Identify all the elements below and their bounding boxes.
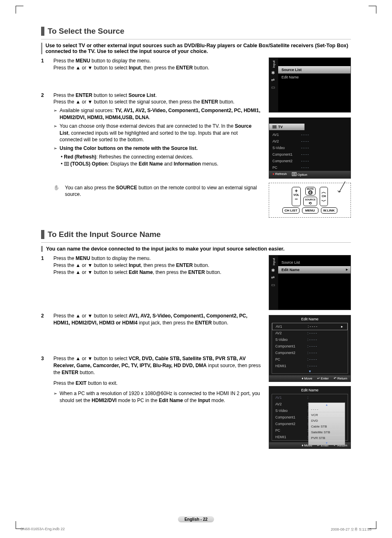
footer-time: 2008-08-27 오후 5:11:55 xyxy=(331,527,371,532)
osd-input-menu: Input Source List Edit Name xyxy=(269,57,351,113)
arrow-icon xyxy=(53,145,57,152)
arrow-icon xyxy=(53,123,57,143)
s2-step-3-body: Press the ▲ or ▼ button to select VCR, D… xyxy=(53,355,261,404)
card-icon xyxy=(271,283,276,287)
s2-step-1-body: Press the MENU button to display the men… xyxy=(53,255,261,276)
osd-input-menu-2: Input Source List Edit Name▸ xyxy=(269,255,351,310)
tv-icon xyxy=(272,125,277,129)
step-2-body: Press the ENTER button to select Source … xyxy=(53,92,261,198)
edit-row-svideo[interactable]: S-Video: - - - - xyxy=(272,336,348,343)
source-pc[interactable]: PC xyxy=(272,166,301,170)
osd-source-list: TV AV1- - - - AV2- - - - S-Video- - - - … xyxy=(269,117,351,179)
osd-edit-name-panel-b: Edit Name AV1: AV2: S-Video: Component1:… xyxy=(269,386,351,449)
edit-row-av1-b[interactable]: AV1: xyxy=(272,394,348,401)
remote-source-button[interactable]: SOURCE xyxy=(303,197,317,206)
section-1-title: To Select the Source xyxy=(48,27,125,36)
footer-return: Return xyxy=(334,377,347,380)
source-component2[interactable]: Component2 xyxy=(272,159,301,163)
section-2-intro: You can name the device connected to the… xyxy=(46,246,285,252)
popup-satellite-stb[interactable]: Satellite STB xyxy=(309,430,345,435)
step-2-number: 2 xyxy=(41,92,47,198)
edit-row-component1[interactable]: Component1: - - - - xyxy=(272,343,348,349)
source-av1[interactable]: AV1 xyxy=(272,133,301,137)
osd-row-edit-name[interactable]: Edit Name xyxy=(278,74,350,81)
page-footer: English - 22 xyxy=(0,515,392,522)
s2-step-2-body: Press the ▲ or ▼ button to select AV1, A… xyxy=(53,313,261,326)
section-2-title: To Edit the Input Source Name xyxy=(48,230,161,239)
footer-enter: Enter xyxy=(317,377,329,380)
osd-panel-title-b: Edit Name xyxy=(269,386,350,394)
step-1-body: Press the MENU button to display the men… xyxy=(53,57,261,71)
arrow-icon xyxy=(53,390,57,404)
osd-side-label: Input xyxy=(272,258,275,265)
osd-edit-name-panel-a: Edit Name AV1: - - - -▸ AV2: - - - - S-V… xyxy=(269,315,351,382)
popup-dvd[interactable]: DVD xyxy=(309,418,345,424)
source-component1[interactable]: Component1 xyxy=(272,152,301,156)
s2-step-3-number: 3 xyxy=(41,355,47,404)
remote-wlink-button[interactable]: W.LINK xyxy=(321,207,337,214)
s2-step-1-number: 1 xyxy=(41,255,47,276)
edit-row-hdmi1[interactable]: HDMI1: - - - - xyxy=(272,363,348,369)
section-2-heading: To Edit the Input Source Name xyxy=(41,230,351,239)
print-footer: BN68-01653A-Eng.indb 22 2008-08-27 오후 5:… xyxy=(21,527,371,532)
edit-row-component2[interactable]: Component2: - - - - xyxy=(272,349,348,356)
source-av2[interactable]: AV2 xyxy=(272,139,301,143)
page-number-chip: English - 22 xyxy=(178,516,214,522)
popup-dash[interactable]: - - - - xyxy=(309,407,345,412)
edit-row-av1[interactable]: AV1: - - - -▸ xyxy=(272,323,348,330)
tools-icon xyxy=(64,161,69,168)
edit-row-av2[interactable]: AV2: - - - - xyxy=(272,330,348,336)
option-hint: Option xyxy=(292,172,307,177)
osd-row-source-list-2[interactable]: Source List xyxy=(278,259,350,266)
popup-vcr[interactable]: VCR xyxy=(309,412,345,418)
source-note: You can also press the SOURCE button on … xyxy=(53,184,261,198)
footer-move: Move xyxy=(302,377,312,380)
plug-icon xyxy=(271,275,276,280)
remote-menu-button[interactable]: MENU xyxy=(302,207,318,214)
remote-chlist-button[interactable]: CH LIST xyxy=(282,207,299,214)
chevron-up-icon: ▴ xyxy=(309,403,345,407)
popup-cable-stb[interactable]: Cable STB xyxy=(309,424,345,430)
remote-mute-button[interactable]: MUTE xyxy=(305,187,316,195)
edit-name-popup: ▴ - - - - VCR DVD Cable STB Satellite ST… xyxy=(308,402,345,445)
section-1-heading: To Select the Source xyxy=(41,27,351,36)
arrow-icon xyxy=(53,107,57,121)
remote-control-diagram: +VOL− MUTE SOURCE CH CH LIST MENU W.LINK xyxy=(269,183,351,218)
refresh-hint: Refresh xyxy=(272,172,287,177)
popup-pvr-stb[interactable]: PVR STB xyxy=(309,435,345,441)
plug-icon xyxy=(271,78,276,83)
source-svideo[interactable]: S-Video xyxy=(272,146,301,150)
gear-icon xyxy=(271,70,276,75)
remote-vol[interactable]: +VOL− xyxy=(292,187,301,206)
osd-row-source-list[interactable]: Source List xyxy=(278,66,350,74)
gear-icon xyxy=(271,268,276,273)
hand-icon xyxy=(53,184,59,190)
osd-side-label: Input xyxy=(272,60,275,68)
chevron-down-icon: ▾ xyxy=(309,441,345,445)
section-1-intro: Use to select TV or other external input… xyxy=(46,43,351,54)
edit-row-pc[interactable]: PC: - - - - xyxy=(272,356,348,363)
footer-file: BN68-01653A-Eng.indb 22 xyxy=(21,527,65,532)
s2-step-2-number: 2 xyxy=(41,313,47,326)
chevron-down-icon: ▾ xyxy=(272,369,348,373)
osd-panel-title: Edit Name xyxy=(269,315,350,323)
source-tv[interactable]: TV xyxy=(278,125,283,129)
remote-ch[interactable]: CH xyxy=(320,187,328,206)
card-icon xyxy=(271,85,276,90)
step-1-number: 1 xyxy=(41,57,47,71)
osd-row-edit-name-2[interactable]: Edit Name▸ xyxy=(278,266,350,274)
